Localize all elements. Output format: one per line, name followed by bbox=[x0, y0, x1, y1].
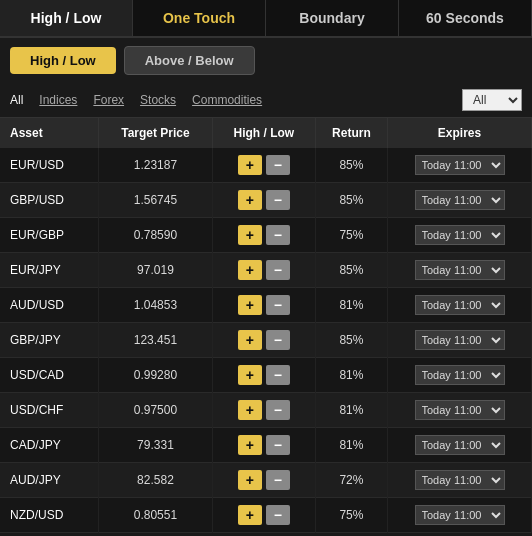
expires-dropdown[interactable]: Today 11:00 bbox=[415, 330, 505, 350]
cell-return: 85% bbox=[315, 148, 387, 183]
top-tab-boundary[interactable]: Boundary bbox=[266, 0, 399, 36]
low-button[interactable]: − bbox=[266, 365, 290, 385]
cell-asset: AUD/USD bbox=[0, 288, 99, 323]
cell-asset: AUD/JPY bbox=[0, 463, 99, 498]
cell-high-low: +− bbox=[212, 148, 315, 183]
cell-expires: Today 11:00 bbox=[388, 323, 532, 358]
filter-all[interactable]: All bbox=[10, 93, 23, 107]
cell-asset: EUR/JPY bbox=[0, 253, 99, 288]
top-tabs-container: High / LowOne TouchBoundary60 Seconds bbox=[0, 0, 532, 38]
cell-target-price: 82.582 bbox=[99, 463, 213, 498]
low-button[interactable]: − bbox=[266, 155, 290, 175]
hl-buttons: +− bbox=[219, 190, 309, 210]
expires-dropdown[interactable]: Today 11:00 bbox=[415, 435, 505, 455]
cell-asset: USD/CAD bbox=[0, 358, 99, 393]
expires-dropdown[interactable]: Today 11:00 bbox=[415, 295, 505, 315]
hl-buttons: +− bbox=[219, 260, 309, 280]
table-row: GBP/JPY123.451+−85%Today 11:00 bbox=[0, 323, 532, 358]
col-header-expires: Expires bbox=[388, 118, 532, 148]
cell-high-low: +− bbox=[212, 253, 315, 288]
table-row: AUD/USD1.04853+−81%Today 11:00 bbox=[0, 288, 532, 323]
sub-tab-high-low-sub[interactable]: High / Low bbox=[10, 47, 116, 74]
sub-tabs: High / LowAbove / Below bbox=[0, 38, 532, 83]
expires-dropdown[interactable]: Today 11:00 bbox=[415, 225, 505, 245]
cell-expires: Today 11:00 bbox=[388, 148, 532, 183]
high-button[interactable]: + bbox=[238, 365, 262, 385]
cell-asset: EUR/USD bbox=[0, 148, 99, 183]
low-button[interactable]: − bbox=[266, 505, 290, 525]
cell-return: 72% bbox=[315, 463, 387, 498]
cell-return: 81% bbox=[315, 358, 387, 393]
filter-dropdown-wrap: All bbox=[462, 89, 522, 111]
table-row: USD/CAD0.99280+−81%Today 11:00 bbox=[0, 358, 532, 393]
high-button[interactable]: + bbox=[238, 260, 262, 280]
expires-dropdown[interactable]: Today 11:00 bbox=[415, 505, 505, 525]
low-button[interactable]: − bbox=[266, 225, 290, 245]
cell-target-price: 1.56745 bbox=[99, 183, 213, 218]
table-header-row: AssetTarget PriceHigh / LowReturnExpires bbox=[0, 118, 532, 148]
low-button[interactable]: − bbox=[266, 470, 290, 490]
low-button[interactable]: − bbox=[266, 295, 290, 315]
cell-expires: Today 11:00 bbox=[388, 428, 532, 463]
high-button[interactable]: + bbox=[238, 225, 262, 245]
table-body: EUR/USD1.23187+−85%Today 11:00GBP/USD1.5… bbox=[0, 148, 532, 533]
expires-dropdown[interactable]: Today 11:00 bbox=[415, 400, 505, 420]
table-row: CAD/JPY79.331+−81%Today 11:00 bbox=[0, 428, 532, 463]
filter-dropdown[interactable]: All bbox=[462, 89, 522, 111]
expires-dropdown[interactable]: Today 11:00 bbox=[415, 260, 505, 280]
table-row: EUR/USD1.23187+−85%Today 11:00 bbox=[0, 148, 532, 183]
cell-high-low: +− bbox=[212, 288, 315, 323]
cell-expires: Today 11:00 bbox=[388, 253, 532, 288]
table-header: AssetTarget PriceHigh / LowReturnExpires bbox=[0, 118, 532, 148]
cell-asset: USD/CHF bbox=[0, 393, 99, 428]
filter-indices[interactable]: Indices bbox=[39, 93, 77, 107]
cell-return: 75% bbox=[315, 498, 387, 533]
cell-expires: Today 11:00 bbox=[388, 183, 532, 218]
expires-dropdown[interactable]: Today 11:00 bbox=[415, 155, 505, 175]
expires-dropdown[interactable]: Today 11:00 bbox=[415, 190, 505, 210]
col-header-high---low: High / Low bbox=[212, 118, 315, 148]
expires-dropdown[interactable]: Today 11:00 bbox=[415, 365, 505, 385]
cell-high-low: +− bbox=[212, 183, 315, 218]
cell-expires: Today 11:00 bbox=[388, 358, 532, 393]
cell-high-low: +− bbox=[212, 498, 315, 533]
cell-target-price: 0.78590 bbox=[99, 218, 213, 253]
filter-stocks[interactable]: Stocks bbox=[140, 93, 176, 107]
low-button[interactable]: − bbox=[266, 400, 290, 420]
high-button[interactable]: + bbox=[238, 155, 262, 175]
top-tab-60-seconds[interactable]: 60 Seconds bbox=[399, 0, 532, 36]
cell-high-low: +− bbox=[212, 323, 315, 358]
high-button[interactable]: + bbox=[238, 400, 262, 420]
cell-high-low: +− bbox=[212, 218, 315, 253]
filter-commodities[interactable]: Commodities bbox=[192, 93, 262, 107]
cell-target-price: 0.80551 bbox=[99, 498, 213, 533]
cell-target-price: 1.04853 bbox=[99, 288, 213, 323]
high-button[interactable]: + bbox=[238, 470, 262, 490]
hl-buttons: +− bbox=[219, 400, 309, 420]
high-button[interactable]: + bbox=[238, 505, 262, 525]
cell-return: 81% bbox=[315, 288, 387, 323]
cell-asset: NZD/USD bbox=[0, 498, 99, 533]
cell-asset: GBP/JPY bbox=[0, 323, 99, 358]
low-button[interactable]: − bbox=[266, 435, 290, 455]
filter-row: AllIndicesForexStocksCommoditiesAll bbox=[0, 83, 532, 118]
high-button[interactable]: + bbox=[238, 435, 262, 455]
low-button[interactable]: − bbox=[266, 260, 290, 280]
cell-return: 85% bbox=[315, 323, 387, 358]
table-row: GBP/USD1.56745+−85%Today 11:00 bbox=[0, 183, 532, 218]
high-button[interactable]: + bbox=[238, 190, 262, 210]
filter-forex[interactable]: Forex bbox=[93, 93, 124, 107]
cell-asset: CAD/JPY bbox=[0, 428, 99, 463]
cell-asset: EUR/GBP bbox=[0, 218, 99, 253]
top-tab-one-touch[interactable]: One Touch bbox=[133, 0, 266, 36]
table-row: EUR/GBP0.78590+−75%Today 11:00 bbox=[0, 218, 532, 253]
top-tab-high-low[interactable]: High / Low bbox=[0, 0, 133, 36]
high-button[interactable]: + bbox=[238, 295, 262, 315]
low-button[interactable]: − bbox=[266, 190, 290, 210]
expires-dropdown[interactable]: Today 11:00 bbox=[415, 470, 505, 490]
cell-target-price: 97.019 bbox=[99, 253, 213, 288]
high-button[interactable]: + bbox=[238, 330, 262, 350]
sub-tab-above-below[interactable]: Above / Below bbox=[124, 46, 255, 75]
low-button[interactable]: − bbox=[266, 330, 290, 350]
hl-buttons: +− bbox=[219, 365, 309, 385]
